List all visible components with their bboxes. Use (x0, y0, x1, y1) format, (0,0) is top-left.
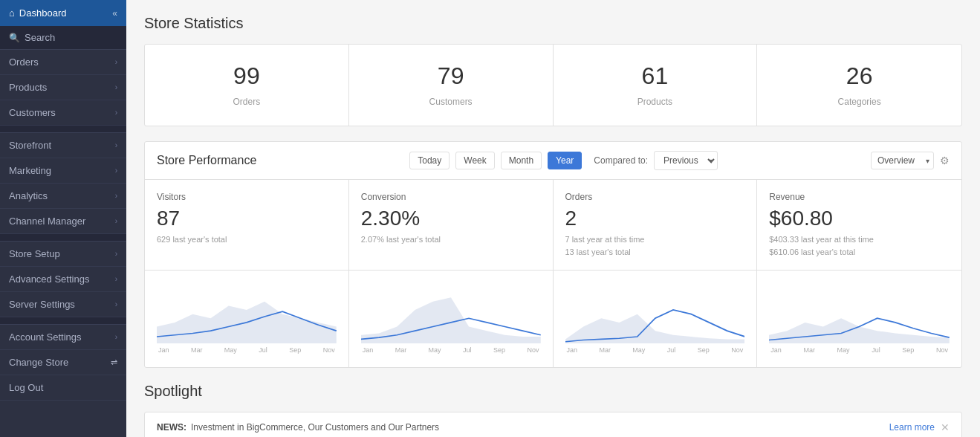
sidebar: ⌂ Dashboard « 🔍 Search Orders › Products… (0, 0, 126, 437)
customers-label: Customers (429, 97, 473, 107)
close-news-icon[interactable]: ✕ (941, 421, 950, 433)
sidebar-item-store-setup[interactable]: Store Setup › (0, 242, 126, 267)
metric-conversion: Conversion 2.30% 2.07% last year's total (349, 180, 554, 270)
sidebar-nav: Orders › Products › Customers › Storefro… (0, 50, 126, 437)
chevron-right-icon: › (115, 275, 117, 283)
storefront-label: Storefront (9, 140, 51, 151)
change-store-label: Change Store (9, 357, 68, 368)
stat-customers: 79 Customers (349, 45, 554, 126)
spotlight-news-item: NEWS: Investment in BigCommerce, Our Cus… (144, 412, 962, 437)
revenue-label: Revenue (769, 192, 950, 202)
sidebar-item-orders[interactable]: Orders › (0, 50, 126, 75)
time-btn-week[interactable]: Week (455, 152, 494, 169)
sidebar-collapse-button[interactable]: « (112, 8, 117, 19)
overview-select[interactable]: Overview Detail (871, 152, 934, 169)
conversion-chart: Jan Mar May Jul Sep Nov (349, 271, 554, 367)
visitors-chart: Jan Mar May Jul Sep Nov (145, 271, 349, 367)
search-label: Search (25, 32, 55, 43)
compared-to-select[interactable]: Previous Year ago (654, 151, 718, 170)
products-label: Products (9, 82, 47, 93)
chevron-right-icon: › (115, 109, 117, 117)
categories-count: 26 (772, 62, 947, 90)
settings-icon[interactable]: ⚙ (940, 155, 950, 166)
visitors-label: Visitors (157, 192, 337, 202)
orders-label: Orders (9, 56, 39, 68)
time-btn-year[interactable]: Year (548, 152, 582, 169)
conversion-label: Conversion (361, 192, 541, 202)
stat-categories: 26 Categories (757, 45, 961, 126)
news-tag: NEWS: (157, 422, 186, 433)
stats-grid: 99 Orders 79 Customers 61 Products 26 Ca… (144, 44, 962, 126)
revenue-sub: $403.33 last year at this time$610.06 la… (769, 233, 950, 258)
sidebar-header: ⌂ Dashboard « (0, 0, 126, 26)
main-content: Store Statistics 99 Orders 79 Customers … (126, 0, 980, 437)
overview-wrapper: Overview Detail (871, 152, 934, 169)
stat-orders: 99 Orders (145, 45, 349, 126)
performance-section: Store Performance Today Week Month Year … (144, 141, 962, 368)
visitors-value: 87 (157, 207, 337, 230)
chevron-right-icon: › (115, 333, 117, 341)
sidebar-item-change-store[interactable]: Change Store ⇌ (0, 350, 126, 375)
sidebar-item-channel-manager[interactable]: Channel Manager › (0, 209, 126, 234)
sidebar-title: Dashboard (19, 7, 67, 19)
customers-count: 79 (364, 62, 538, 90)
sidebar-item-account-settings[interactable]: Account Settings › (0, 325, 126, 350)
sidebar-item-analytics[interactable]: Analytics › (0, 184, 126, 209)
sidebar-item-customers[interactable]: Customers › (0, 100, 126, 126)
account-settings-label: Account Settings (9, 331, 82, 343)
advanced-settings-label: Advanced Settings (9, 273, 89, 285)
performance-controls: Today Week Month Year Compared to: Previ… (409, 151, 718, 170)
swap-arrows-icon: ⇌ (111, 357, 117, 367)
sidebar-item-advanced-settings[interactable]: Advanced Settings › (0, 267, 126, 292)
conversion-value: 2.30% (361, 207, 541, 230)
analytics-label: Analytics (9, 190, 48, 201)
news-text: Investment in BigCommerce, Our Customers… (191, 422, 439, 433)
visitors-chart-labels: Jan Mar May Jul Sep Nov (157, 346, 337, 354)
revenue-chart: Jan Mar May Jul Sep Nov (757, 271, 961, 367)
sidebar-item-log-out[interactable]: Log Out (0, 375, 126, 401)
spotlight-news-left: NEWS: Investment in BigCommerce, Our Cus… (157, 422, 439, 433)
metrics-grid: Visitors 87 629 last year's total Conver… (145, 180, 961, 271)
home-icon: ⌂ (9, 7, 15, 19)
chevron-right-icon: › (115, 300, 117, 308)
chevron-right-icon: › (115, 166, 117, 175)
marketing-label: Marketing (9, 165, 51, 176)
charts-grid: Jan Mar May Jul Sep Nov Jan Mar May (145, 271, 961, 367)
revenue-chart-labels: Jan Mar May Jul Sep Nov (769, 346, 950, 354)
metric-revenue: Revenue $60.80 $403.33 last year at this… (757, 180, 961, 270)
orders-metric-value: 2 (565, 207, 745, 230)
products-label: Products (637, 97, 672, 107)
sidebar-item-marketing[interactable]: Marketing › (0, 158, 126, 184)
search-icon: 🔍 (9, 33, 20, 43)
log-out-label: Log Out (9, 382, 43, 393)
metric-visitors: Visitors 87 629 last year's total (145, 180, 349, 270)
server-settings-label: Server Settings (9, 299, 75, 310)
sidebar-item-storefront[interactable]: Storefront › (0, 133, 126, 158)
time-btn-month[interactable]: Month (501, 152, 542, 169)
chevron-right-icon: › (115, 250, 117, 258)
categories-label: Categories (838, 97, 881, 107)
revenue-value: $60.80 (769, 207, 950, 230)
conversion-sub: 2.07% last year's total (361, 233, 541, 246)
orders-chart-labels: Jan Mar May Jul Sep Nov (565, 346, 745, 354)
compared-to-label: Compared to: (594, 155, 648, 166)
performance-header: Store Performance Today Week Month Year … (145, 142, 961, 180)
compared-to-wrapper: Previous Year ago (654, 151, 718, 170)
sidebar-item-server-settings[interactable]: Server Settings › (0, 292, 126, 317)
metric-orders: Orders 2 7 last year at this time13 last… (554, 180, 758, 270)
orders-metric-label: Orders (565, 192, 745, 202)
orders-sub: 7 last year at this time13 last year's t… (565, 233, 745, 258)
spotlight-news-right: Learn more ✕ (889, 421, 950, 433)
store-statistics-title: Store Statistics (144, 15, 962, 32)
sidebar-item-products[interactable]: Products › (0, 75, 126, 100)
customers-label: Customers (9, 107, 56, 118)
time-btn-today[interactable]: Today (409, 152, 450, 169)
chevron-right-icon: › (115, 83, 117, 91)
chevron-right-icon: › (115, 192, 117, 200)
orders-count: 99 (160, 62, 334, 90)
orders-chart: Jan Mar May Jul Sep Nov (554, 271, 758, 367)
sidebar-search[interactable]: 🔍 Search (0, 26, 126, 50)
conversion-chart-labels: Jan Mar May Jul Sep Nov (361, 346, 541, 354)
products-count: 61 (568, 62, 742, 90)
learn-more-link[interactable]: Learn more (889, 422, 935, 433)
